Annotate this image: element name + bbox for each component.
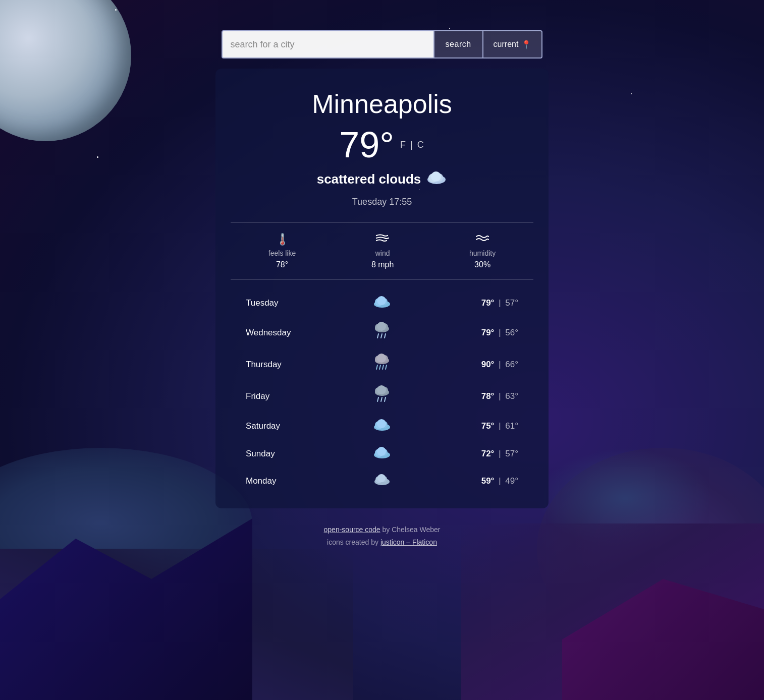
footer-icons-prefix: icons created by — [327, 538, 380, 546]
feels-like-value: 78° — [276, 260, 288, 269]
current-label: current — [494, 40, 519, 49]
flaticon-link[interactable]: justicon – Flaticon — [380, 538, 437, 546]
forecast-day: Sunday — [246, 449, 306, 459]
thermometer-icon: 🌡️ — [276, 233, 289, 246]
temperature-value: 79° — [339, 124, 394, 165]
svg-line-28 — [381, 397, 382, 401]
forecast-separator: | — [499, 421, 501, 431]
city-name: Minneapolis — [231, 89, 533, 119]
svg-line-21 — [383, 365, 384, 369]
forecast-row: Thursday 90° | 66° — [231, 349, 533, 379]
svg-line-27 — [377, 397, 378, 401]
svg-point-33 — [377, 419, 386, 428]
forecast-day: Friday — [246, 391, 306, 401]
forecast-icon — [369, 445, 395, 462]
svg-point-26 — [377, 385, 386, 394]
forecast-temps: 90° | 66° — [458, 360, 518, 370]
forecast-icon — [369, 417, 395, 435]
weather-card: Minneapolis 79° F | C scattered clouds — [215, 69, 549, 508]
humidity-value: 30% — [474, 260, 490, 269]
stats-row: 🌡️ feels like 78° wind 8 mph — [231, 233, 533, 269]
forecast-day: Tuesday — [246, 298, 306, 308]
temperature-unit: F | C — [400, 140, 425, 150]
svg-point-7 — [377, 296, 386, 305]
forecast-hi: 78° — [481, 391, 495, 401]
unit-f[interactable]: F — [400, 140, 407, 150]
forecast-day: Monday — [246, 476, 306, 486]
divider-1 — [231, 222, 533, 223]
humidity-stat: humidity 30% — [469, 233, 496, 269]
svg-line-19 — [376, 365, 377, 369]
forecast-lo: 49° — [505, 476, 518, 486]
forecast-lo: 61° — [505, 421, 518, 431]
forecast-day: Saturday — [246, 421, 306, 431]
svg-line-22 — [386, 365, 387, 369]
datetime: Tuesday 17:55 — [231, 197, 533, 207]
divider-2 — [231, 279, 533, 280]
humidity-icon — [475, 233, 489, 246]
forecast-separator: | — [499, 328, 501, 337]
svg-line-13 — [381, 334, 382, 338]
forecast-temps: 59° | 49° — [458, 476, 518, 486]
svg-point-11 — [377, 322, 386, 331]
wind-stat: wind 8 mph — [371, 233, 394, 269]
forecast-icon — [369, 473, 395, 489]
humidity-label: humidity — [469, 249, 496, 257]
feels-like-stat: 🌡️ feels like 78° — [268, 233, 296, 269]
forecast-temps: 79° | 57° — [458, 298, 518, 308]
svg-point-18 — [377, 354, 386, 363]
forecast-hi: 72° — [481, 449, 495, 458]
temperature-row: 79° F | C — [231, 124, 533, 165]
wind-icon — [375, 233, 390, 246]
search-bar: search current 📍 — [222, 30, 543, 59]
svg-line-12 — [377, 334, 378, 338]
search-input[interactable] — [222, 30, 433, 59]
wind-value: 8 mph — [371, 260, 394, 269]
forecast-lo: 66° — [505, 360, 518, 369]
forecast-row: Saturday 75° | 61° — [231, 413, 533, 439]
forecast-row: Wednesday 79° | 56° — [231, 318, 533, 347]
forecast-temps: 75° | 61° — [458, 421, 518, 431]
forecast-lo: 63° — [505, 391, 518, 401]
svg-point-41 — [377, 474, 386, 482]
location-icon: 📍 — [521, 40, 531, 49]
forecast-list: Tuesday 79° | 57° Wednesday — [231, 290, 533, 493]
current-location-button[interactable]: current 📍 — [482, 30, 543, 59]
forecast-icon — [369, 294, 395, 312]
forecast-row: Monday 59° | 49° — [231, 469, 533, 493]
svg-point-37 — [377, 447, 386, 456]
forecast-row: Sunday 72° | 57° — [231, 441, 533, 466]
forecast-separator: | — [499, 360, 501, 369]
forecast-separator: | — [499, 391, 501, 401]
forecast-row: Tuesday 79° | 57° — [231, 290, 533, 316]
page-wrapper: search current 📍 Minneapolis 79° F | C s… — [0, 0, 764, 700]
unit-c[interactable]: C — [417, 140, 425, 150]
forecast-hi: 90° — [481, 360, 495, 369]
search-button[interactable]: search — [433, 30, 482, 59]
footer: open-source code by Chelsea Weber icons … — [324, 523, 441, 549]
forecast-hi: 79° — [481, 298, 495, 308]
svg-point-3 — [431, 171, 441, 182]
forecast-row: Friday 78° | 63° — [231, 381, 533, 411]
footer-code-suffix: by Chelsea Weber — [380, 526, 441, 534]
forecast-icon — [369, 322, 395, 343]
open-source-link[interactable]: open-source code — [324, 526, 380, 534]
feels-like-label: feels like — [268, 249, 296, 257]
forecast-hi: 75° — [481, 421, 495, 431]
forecast-lo: 56° — [505, 328, 518, 337]
svg-line-14 — [385, 334, 386, 338]
forecast-day: Wednesday — [246, 328, 306, 338]
wind-label: wind — [375, 249, 390, 257]
condition-text: scattered clouds — [317, 171, 421, 187]
forecast-hi: 59° — [481, 476, 495, 486]
unit-separator: | — [410, 140, 414, 150]
forecast-temps: 78° | 63° — [458, 391, 518, 401]
svg-line-20 — [379, 365, 380, 369]
forecast-hi: 79° — [481, 328, 495, 337]
forecast-separator: | — [499, 449, 501, 458]
forecast-day: Thursday — [246, 360, 306, 370]
forecast-separator: | — [499, 476, 501, 486]
forecast-lo: 57° — [505, 449, 518, 458]
svg-line-29 — [385, 397, 386, 401]
forecast-lo: 57° — [505, 298, 518, 308]
